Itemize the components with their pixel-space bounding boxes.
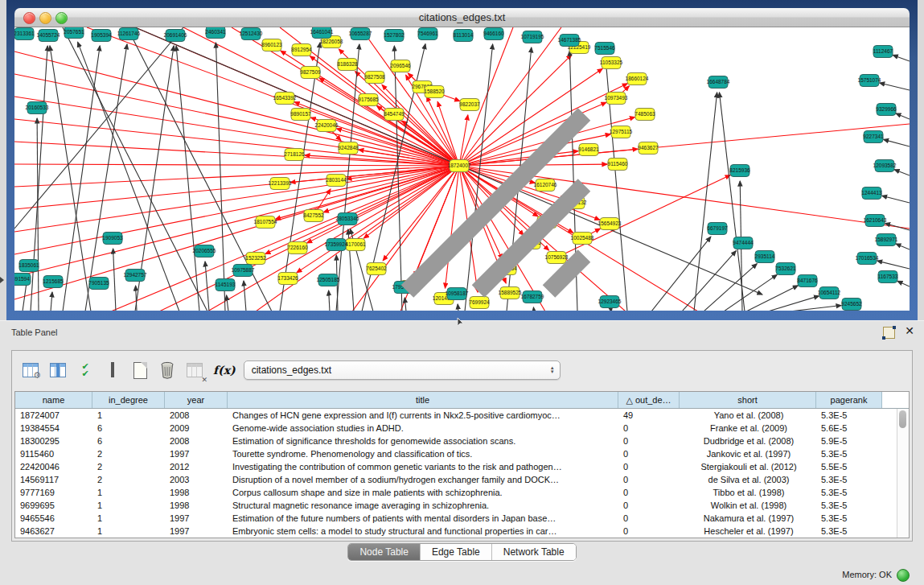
table-cell[interactable]: Nakamura et al. (1997): [680, 513, 816, 523]
column-header-name[interactable]: name: [15, 392, 92, 408]
table-row[interactable]: 946362711997Embryonic stem cells: a mode…: [15, 525, 897, 538]
table-cell[interactable]: 2: [92, 475, 165, 484]
table-cell[interactable]: 1998: [165, 501, 228, 510]
table-cell[interactable]: 0: [618, 449, 680, 459]
close-panel-icon[interactable]: ✕: [905, 325, 914, 336]
table-cell[interactable]: Dudbridge et al. (2008): [680, 436, 816, 446]
table-cell[interactable]: Estimation of significance thresholds fo…: [228, 436, 618, 446]
table-cell[interactable]: 2009: [165, 423, 228, 433]
table-cell[interactable]: 0: [618, 526, 680, 536]
table-cell[interactable]: Jankovic et al. (1997): [680, 449, 816, 459]
table-cell[interactable]: 22420046: [15, 462, 92, 472]
table-cell[interactable]: Tourette syndrome. Phenomenology and cla…: [228, 449, 618, 459]
table-row[interactable]: 969969511998Structural magnetic resonanc…: [15, 499, 897, 512]
delete-table-button[interactable]: ✕: [184, 360, 205, 381]
table-cell[interactable]: 5.9E-5: [816, 436, 882, 446]
table-cell[interactable]: 2012: [165, 462, 228, 472]
table-cell[interactable]: 19384554: [15, 423, 92, 433]
table-cell[interactable]: 5.3E-5: [816, 526, 882, 536]
table-row[interactable]: 1938455462009Genome-wide association stu…: [15, 422, 897, 435]
tab-network-table[interactable]: Network Table: [491, 544, 576, 560]
table-cell[interactable]: 2008: [165, 436, 228, 446]
select-all-button[interactable]: ✔✔: [75, 360, 96, 381]
table-mode-button[interactable]: ⚙: [20, 360, 41, 381]
table-cell[interactable]: 1: [92, 488, 165, 497]
table-row[interactable]: 977716911998Corpus callosum shape and si…: [15, 486, 897, 499]
table-cell[interactable]: de Silva et al. (2003): [680, 475, 816, 484]
table-cell[interactable]: 14569117: [15, 475, 92, 484]
column-header-out_de[interactable]: △ out_de…: [618, 392, 680, 408]
table-cell[interactable]: Franke et al. (2009): [680, 423, 816, 433]
table-cell[interactable]: Disruption of a novel member of a sodium…: [228, 475, 618, 484]
table-cell[interactable]: 1: [92, 513, 165, 523]
table-selector-combo[interactable]: citations_edges.txt ▲▼: [244, 360, 561, 380]
table-cell[interactable]: Stergiakouli et al. (2012): [680, 462, 816, 472]
table-cell[interactable]: 0: [618, 513, 680, 523]
table-cell[interactable]: 1998: [165, 488, 228, 497]
table-cell[interactable]: 5.3E-5: [816, 449, 882, 459]
float-panel-icon[interactable]: [883, 327, 895, 339]
resize-grip-icon[interactable]: [14, 27, 908, 309]
table-row[interactable]: 1830029562008Estimation of significance …: [15, 435, 897, 447]
delete-columns-button[interactable]: [157, 360, 178, 381]
table-row[interactable]: 946554611997Estimation of the future num…: [15, 512, 897, 525]
network-frame-titlebar[interactable]: citations_edges.txt: [14, 8, 910, 27]
tab-edge-table[interactable]: Edge Table: [420, 544, 491, 560]
table-cell[interactable]: 18300295: [15, 436, 92, 446]
vertical-scrollbar[interactable]: [897, 409, 909, 538]
create-column-button[interactable]: [129, 360, 150, 381]
table-cell[interactable]: 0: [618, 423, 680, 433]
table-cell[interactable]: 1997: [165, 449, 228, 459]
table-cell[interactable]: 5.3E-5: [816, 475, 882, 484]
table-cell[interactable]: 5.3E-5: [816, 488, 882, 497]
table-cell[interactable]: 1997: [165, 513, 228, 523]
table-cell[interactable]: 9463627: [15, 526, 92, 536]
table-cell[interactable]: 0: [618, 436, 680, 446]
table-cell[interactable]: 6: [92, 423, 165, 433]
table-cell[interactable]: 0: [618, 488, 680, 497]
table-cell[interactable]: Estimation of the future numbers of pati…: [228, 513, 618, 523]
table-cell[interactable]: 5.6E-5: [816, 423, 882, 433]
memory-status-indicator[interactable]: [897, 569, 910, 582]
collapse-panel-arrow-icon[interactable]: [0, 277, 4, 283]
table-cell[interactable]: 2003: [165, 475, 228, 484]
table-row[interactable]: 1456911722003Disruption of a novel membe…: [15, 473, 897, 486]
table-cell[interactable]: 5.3E-5: [816, 501, 882, 510]
table-cell[interactable]: 49: [618, 410, 680, 420]
table-cell[interactable]: 1: [92, 501, 165, 510]
column-header-year[interactable]: year: [165, 392, 228, 408]
table-cell[interactable]: 9465546: [15, 513, 92, 523]
table-cell[interactable]: 2: [92, 462, 165, 472]
function-builder-button[interactable]: f(x): [213, 364, 236, 377]
table-cell[interactable]: Changes of HCN gene expression and I(f) …: [228, 410, 618, 420]
table-cell[interactable]: 2008: [165, 410, 228, 420]
table-cell[interactable]: Yano et al. (2008): [680, 410, 816, 420]
table-cell[interactable]: 9699695: [15, 501, 92, 510]
table-cell[interactable]: 0: [618, 501, 680, 510]
table-cell[interactable]: 1997: [165, 526, 228, 536]
table-cell[interactable]: Hescheler et al. (1997): [680, 526, 816, 536]
table-cell[interactable]: 18724007: [15, 410, 92, 420]
table-cell[interactable]: Investigating the contribution of common…: [228, 462, 618, 472]
table-row[interactable]: 911546021997Tourette syndrome. Phenomeno…: [15, 447, 897, 460]
table-cell[interactable]: Structural magnetic resonance image aver…: [228, 501, 618, 510]
table-cell[interactable]: Wolkin et al. (1998): [680, 501, 816, 510]
table-cell[interactable]: Corpus callosum shape and size in male p…: [228, 488, 618, 497]
table-cell[interactable]: 5.3E-5: [816, 513, 882, 523]
table-cell[interactable]: Genome-wide association studies in ADHD.: [228, 423, 618, 433]
table-cell[interactable]: 2: [92, 449, 165, 459]
tab-node-table[interactable]: Node Table: [348, 544, 420, 560]
table-row[interactable]: 2242004622012Investigating the contribut…: [15, 460, 897, 473]
table-cell[interactable]: Embryonic stem cells: a model to study s…: [228, 526, 618, 536]
table-cell[interactable]: Tibbo et al. (1998): [680, 488, 816, 497]
table-row[interactable]: 1872400712008Changes of HCN gene express…: [15, 409, 897, 422]
column-header-in_degree[interactable]: in_degree: [92, 392, 165, 408]
table-cell[interactable]: 0: [618, 475, 680, 484]
table-cell[interactable]: 5.3E-5: [816, 410, 882, 420]
table-cell[interactable]: 9777169: [15, 488, 92, 497]
column-header-title[interactable]: title: [228, 392, 618, 408]
table-cell[interactable]: 1: [92, 410, 165, 420]
table-cell[interactable]: 0: [618, 462, 680, 472]
scrollbar-thumb[interactable]: [899, 410, 906, 428]
table-cell[interactable]: 9115460: [15, 449, 92, 459]
